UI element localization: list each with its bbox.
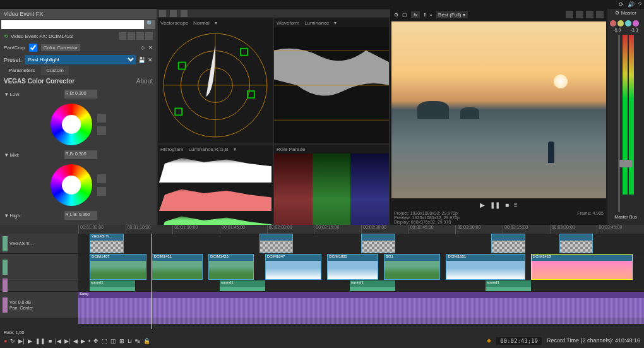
crumb-colorcorrector[interactable]: Color Corrector <box>41 44 81 51</box>
complement-icon[interactable] <box>97 187 106 196</box>
track-2-content[interactable]: DCIM1407 DCIM1411 DCIM1425 DCIM1847 DCIM… <box>78 254 644 280</box>
track-header-1[interactable]: VEGAS Ti… <box>0 234 78 253</box>
fx-add-icon[interactable]: ✕ <box>148 45 153 51</box>
chevron-down-icon[interactable]: ▾ <box>215 20 217 26</box>
snap-icon[interactable]: ⊔ <box>128 338 132 344</box>
preview-settings-icon[interactable]: ⚙ <box>394 12 398 18</box>
snapshot-icon[interactable] <box>576 11 583 18</box>
preview-option-icon[interactable] <box>596 11 604 18</box>
quality-dropdown[interactable]: Best (Full) ▾ <box>436 11 468 18</box>
stop-button[interactable]: ■ <box>49 338 52 344</box>
tool-icon[interactable]: ⬚ <box>102 338 107 344</box>
marker-icon[interactable]: ◆ <box>487 337 491 345</box>
stop-button[interactable]: ■ <box>505 201 509 208</box>
vectorscope-mode[interactable]: Normal <box>193 20 210 26</box>
playhead[interactable] <box>152 234 152 329</box>
go-start-button[interactable]: |◀ <box>55 338 61 344</box>
audio-clip[interactable]: sound1 <box>90 280 135 291</box>
timeline-ruler[interactable]: 00:01:00:0000:01:10:0000:01:30:0000:01:4… <box>0 225 644 234</box>
fx-icon[interactable] <box>625 20 631 27</box>
sync-icon[interactable]: ⟳ <box>619 1 624 8</box>
waveform-mode[interactable]: Luminance <box>304 20 329 26</box>
fx-enable-checkbox[interactable] <box>29 44 37 52</box>
high-value[interactable]: R,L,B: 0,300 <box>64 211 97 220</box>
fx-chain-icon[interactable]: ◇ <box>141 45 145 51</box>
help-icon[interactable]: ? <box>638 1 641 8</box>
preset-dropdown[interactable]: East Highlight <box>25 55 136 64</box>
scope-tool-icon[interactable] <box>170 10 177 17</box>
crumb-pancrop[interactable]: Pan/Crop <box>4 45 25 51</box>
clip[interactable]: BG1 <box>384 254 441 280</box>
timecode-display[interactable]: 00:02:43;19 <box>496 337 542 345</box>
scope-tool-icon[interactable] <box>159 10 166 17</box>
tool-icon[interactable]: ◫ <box>110 338 116 344</box>
scope-tool-icon[interactable] <box>181 10 188 17</box>
clip[interactable]: DCIM1847 <box>265 254 322 280</box>
track-sfx-content[interactable]: sound1 sound1 sound1 sound1 <box>78 280 644 291</box>
external-monitor-icon[interactable]: ▢ <box>402 12 407 18</box>
overlay-icon[interactable] <box>566 11 573 18</box>
pan-value[interactable]: Center <box>20 306 33 310</box>
fx-button[interactable]: fx <box>411 11 420 18</box>
histogram-mode[interactable]: Luminance,R,G,B <box>188 147 228 152</box>
mid-value[interactable]: R,B: 0,300 <box>64 150 97 159</box>
expand-icon[interactable]: ▾ <box>5 91 8 97</box>
rate-value[interactable]: 1,00 <box>16 330 25 335</box>
track-1-content[interactable]: VEGAS Ti… <box>78 234 644 253</box>
solo-icon[interactable] <box>617 20 624 27</box>
track-header-music[interactable]: Vol: 0,0 dB Pan: Center <box>0 292 78 318</box>
play-button[interactable]: ▶ <box>480 201 485 208</box>
tool-icon[interactable]: ⊞ <box>119 338 124 344</box>
pause-button[interactable]: ❚❚ <box>490 201 500 208</box>
loop-button[interactable]: ↻ <box>10 338 15 344</box>
clip[interactable]: DCIM1423 <box>531 254 633 280</box>
mute-icon[interactable] <box>610 20 616 27</box>
chevron-down-icon[interactable]: ▾ <box>334 20 337 26</box>
go-end-button[interactable]: ▶| <box>64 338 70 344</box>
play-start-button[interactable]: ▶| <box>18 338 24 344</box>
fx-toolbar-icon[interactable] <box>136 32 144 40</box>
audio-clip[interactable]: sound1 <box>486 280 531 291</box>
audio-clip[interactable]: sound1 <box>220 280 265 291</box>
restore-icon[interactable]: ⟲ <box>4 33 8 39</box>
automation-icon[interactable] <box>633 20 639 27</box>
split-icon[interactable]: ⫿ <box>424 12 426 18</box>
lock-icon[interactable]: 🔒 <box>143 338 150 344</box>
transport-menu-icon[interactable]: ≡ <box>514 201 518 208</box>
mid-color-wheel[interactable] <box>51 164 92 206</box>
expand-icon[interactable]: ▾ <box>5 152 8 158</box>
track-header-2[interactable] <box>0 254 78 280</box>
tab-custom[interactable]: Custom <box>41 66 69 75</box>
about-link[interactable]: About <box>136 78 153 85</box>
low-color-wheel[interactable] <box>51 104 92 145</box>
record-button[interactable]: ● <box>4 338 7 344</box>
eyedropper-icon[interactable] <box>97 114 106 123</box>
music-clip[interactable]: Song <box>78 292 644 318</box>
complement-icon[interactable] <box>97 126 106 135</box>
master-fader[interactable] <box>619 160 632 167</box>
audio-clip[interactable]: sound1 <box>350 280 395 291</box>
fx-toolbar-icon[interactable] <box>119 32 126 40</box>
preset-save-icon[interactable]: 💾 <box>138 57 145 63</box>
clip[interactable]: DCIM1825 <box>327 254 378 280</box>
clip[interactable]: DCIM1411 <box>152 254 203 280</box>
tool-icon[interactable]: ✥ <box>93 338 98 344</box>
low-value[interactable]: R,B: 0,300 <box>64 90 97 99</box>
preview-option-icon[interactable] <box>586 11 593 18</box>
fx-search-input[interactable] <box>1 20 144 29</box>
settings-icon[interactable]: ⚙ <box>615 10 619 16</box>
pause-button[interactable]: ❚❚ <box>35 338 45 344</box>
track-header-sfx[interactable] <box>0 280 78 291</box>
clip[interactable]: DCIM1425 <box>208 254 254 280</box>
clip[interactable]: DCIM1851 <box>446 254 525 280</box>
expand-icon[interactable]: ▾ <box>5 212 8 219</box>
fx-toolbar-icon[interactable] <box>145 32 153 40</box>
clip[interactable]: DCIM1407 <box>90 254 146 280</box>
prev-frame-button[interactable]: ◀ <box>73 338 78 344</box>
play-button[interactable]: ▶ <box>28 338 32 344</box>
volume-icon[interactable]: 🔊 <box>628 1 635 8</box>
track-music-content[interactable]: Song <box>78 292 644 318</box>
search-icon[interactable]: 🔍 <box>144 20 155 29</box>
auto-ripple-icon[interactable]: ↹ <box>135 338 140 344</box>
tab-parameters[interactable]: Parameters <box>4 66 40 75</box>
